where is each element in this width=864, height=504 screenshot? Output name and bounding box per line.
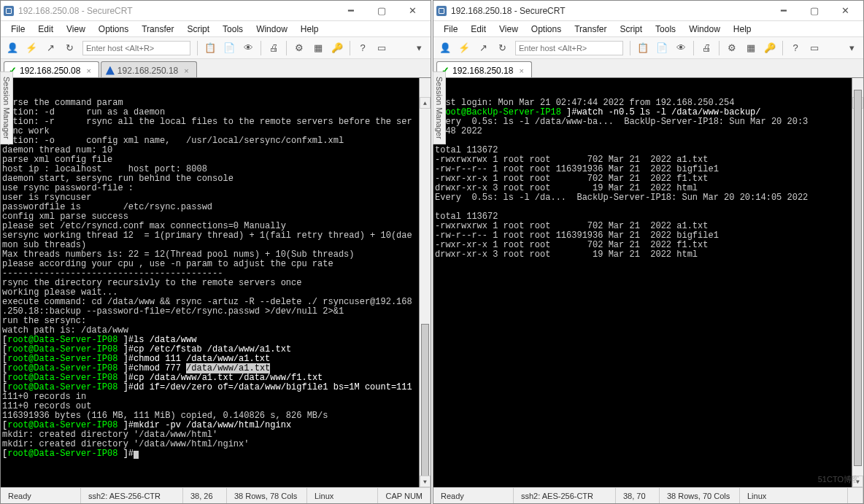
separator: [350, 41, 350, 55]
window-left: Session Manager 192.168.250.08 - SecureC…: [0, 0, 431, 504]
scroll-down-icon[interactable]: ▼: [420, 476, 431, 487]
reconnect-icon[interactable]: ↻: [61, 39, 78, 57]
profile-icon[interactable]: 👤: [4, 39, 21, 57]
tab-close-icon[interactable]: ×: [519, 66, 523, 75]
session-manager-tab[interactable]: Session Manager: [433, 71, 446, 144]
tab-close-icon[interactable]: ×: [86, 66, 90, 75]
menu-options[interactable]: Options: [525, 23, 567, 36]
maximize-button[interactable]: ▢: [366, 2, 397, 20]
terminal-line: [root@Data-Server-IP08 ]#: [2, 449, 429, 459]
status-cursor: 38, 70: [616, 488, 660, 503]
minimize-button[interactable]: ━: [336, 2, 366, 20]
sessions-icon[interactable]: ▦: [309, 39, 327, 57]
menu-help[interactable]: Help: [728, 23, 757, 36]
minimize-button[interactable]: ━: [768, 2, 799, 20]
tabbar-left: ✓192.168.250.08×192.168.250.18×: [1, 59, 431, 78]
terminal-line: [435, 136, 862, 146]
status-rowcols: 38 Rows, 78 Cols: [227, 488, 307, 503]
menu-window[interactable]: Window: [250, 23, 293, 36]
scroll-thumb[interactable]: [421, 324, 429, 479]
overflow-icon[interactable]: ▾: [410, 39, 428, 57]
paste-icon[interactable]: 📄: [653, 39, 671, 57]
cursor: [134, 451, 139, 459]
tab-192-168-250-18[interactable]: ✓192.168.250.18×: [436, 61, 532, 77]
settings-icon[interactable]: ⚙: [723, 39, 741, 57]
toolbar-icon[interactable]: ▭: [806, 39, 823, 57]
reconnect-icon[interactable]: ↻: [493, 39, 511, 57]
tab-192-168-250-18[interactable]: 192.168.250.18×: [101, 61, 197, 77]
terminal-right[interactable]: Last login: Mon Mar 21 02:47:44 2022 fro…: [433, 78, 863, 487]
help-icon[interactable]: ?: [354, 39, 371, 57]
profile-icon[interactable]: 👤: [436, 39, 454, 57]
menubar-right: FileEditViewOptionsTransferScriptToolsWi…: [433, 21, 863, 37]
host-input[interactable]: [82, 41, 190, 55]
menu-help[interactable]: Help: [295, 23, 325, 36]
tab-label: 192.168.250.18: [117, 66, 178, 76]
separator: [286, 41, 287, 55]
status-platform: Linux: [740, 488, 848, 503]
find-icon[interactable]: 👁: [239, 39, 257, 57]
tab-192-168-250-08[interactable]: ✓192.168.250.08×: [4, 61, 99, 77]
menu-edit[interactable]: Edit: [32, 23, 59, 36]
status-caps: [848, 488, 863, 503]
status-ssh: ssh2: AES-256-CTR: [81, 488, 183, 503]
menu-tools[interactable]: Tools: [217, 23, 249, 36]
menu-script[interactable]: Script: [181, 23, 215, 36]
menubar-left: FileEditViewOptionsTransferScriptToolsWi…: [1, 21, 431, 37]
title-text: 192.168.250.18 - SecureCRT: [451, 6, 768, 16]
menu-tools[interactable]: Tools: [649, 23, 682, 36]
overflow-icon[interactable]: ▾: [843, 39, 860, 57]
menu-edit[interactable]: Edit: [465, 23, 492, 36]
scrollbar[interactable]: ▲ ▼: [852, 78, 863, 487]
host-input[interactable]: [515, 41, 623, 55]
close-button[interactable]: ✕: [397, 2, 428, 20]
menu-file[interactable]: File: [438, 23, 463, 36]
separator: [630, 41, 630, 55]
copy-icon[interactable]: 📋: [634, 39, 652, 57]
settings-icon[interactable]: ⚙: [290, 39, 308, 57]
copy-icon[interactable]: 📋: [201, 39, 219, 57]
menu-file[interactable]: File: [5, 23, 31, 36]
terminal-line: [435, 203, 862, 212]
scroll-up-icon[interactable]: ▲: [420, 97, 431, 109]
status-ssh: ssh2: AES-256-CTR: [514, 488, 616, 503]
scroll-thumb[interactable]: [854, 90, 862, 466]
separator: [782, 41, 783, 55]
menu-transfer[interactable]: Transfer: [568, 23, 612, 36]
connect-icon[interactable]: ⚡: [23, 39, 40, 57]
paste-icon[interactable]: 📄: [220, 39, 238, 57]
scrollbar[interactable]: ▲ ▼: [419, 78, 431, 487]
menu-view[interactable]: View: [61, 23, 91, 36]
close-button[interactable]: ✕: [830, 2, 860, 20]
find-icon[interactable]: 👁: [672, 39, 690, 57]
status-caps: CAP NUM: [378, 488, 431, 503]
menu-window[interactable]: Window: [683, 23, 726, 36]
print-icon[interactable]: 🖨: [265, 39, 282, 57]
app-icon: [4, 6, 14, 16]
quick-connect-icon[interactable]: ↗: [42, 39, 59, 57]
titlebar-left: 192.168.250.08 - SecureCRT ━ ▢ ✕: [1, 1, 431, 21]
print-icon[interactable]: 🖨: [698, 39, 715, 57]
status-ready: Ready: [433, 488, 514, 503]
tab-close-icon[interactable]: ×: [184, 66, 188, 75]
toolbar-icon[interactable]: ▭: [373, 39, 390, 57]
sessions-icon[interactable]: ▦: [742, 39, 760, 57]
key-icon[interactable]: 🔑: [328, 39, 346, 57]
menu-transfer[interactable]: Transfer: [136, 23, 180, 36]
quick-connect-icon[interactable]: ↗: [474, 39, 492, 57]
menu-view[interactable]: View: [493, 23, 524, 36]
status-cursor: 38, 26: [183, 488, 227, 503]
statusbar-right: Ready ssh2: AES-256-CTR 38, 70 38 Rows, …: [433, 487, 863, 503]
separator: [261, 41, 261, 55]
maximize-button[interactable]: ▢: [799, 2, 830, 20]
key-icon[interactable]: 🔑: [761, 39, 779, 57]
session-manager-tab[interactable]: Session Manager: [0, 71, 13, 144]
tab-label: 192.168.250.08: [20, 66, 80, 76]
terminal-left[interactable]: parse the command paramoption: -d run as…: [1, 78, 431, 487]
connect-icon[interactable]: ⚡: [455, 39, 473, 57]
help-icon[interactable]: ?: [787, 39, 804, 57]
menu-options[interactable]: Options: [93, 23, 134, 36]
watermark: 51CTO博客: [818, 474, 860, 485]
status-ready: Ready: [1, 488, 81, 503]
menu-script[interactable]: Script: [614, 23, 648, 36]
